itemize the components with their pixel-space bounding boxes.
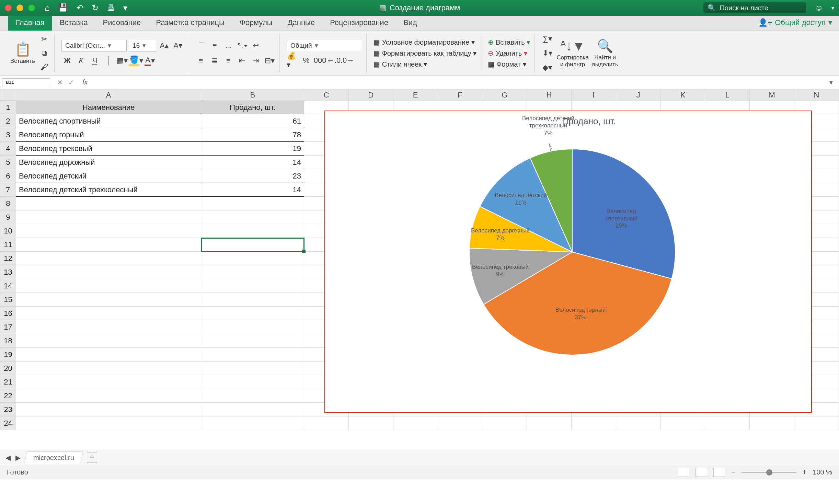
pie-chart[interactable]: Продано, шт. Велосипед спортивный29%Вело…	[324, 111, 812, 413]
zoom-in-icon[interactable]: +	[803, 468, 807, 476]
font-size-select[interactable]: 16	[129, 40, 156, 51]
cell[interactable]	[616, 416, 660, 430]
cut-icon[interactable]: ✂	[38, 34, 50, 45]
column-header[interactable]: K	[660, 90, 705, 101]
paste-button[interactable]: 📋 Вставить	[10, 42, 35, 65]
cell[interactable]	[201, 320, 304, 334]
row-header[interactable]: 11	[0, 238, 16, 252]
column-header[interactable]: N	[794, 90, 839, 101]
cell[interactable]	[16, 375, 201, 389]
add-sheet-button[interactable]: +	[87, 453, 97, 463]
cell[interactable]	[16, 210, 201, 224]
cell[interactable]	[16, 307, 201, 320]
decrease-indent-icon[interactable]: ⇤	[236, 55, 248, 67]
row-header[interactable]: 10	[0, 224, 16, 238]
tab-data[interactable]: Данные	[280, 15, 322, 31]
percent-icon[interactable]: %	[300, 55, 312, 66]
cell[interactable]	[705, 416, 750, 430]
cell[interactable]: Наименование	[16, 101, 201, 114]
cell[interactable]: Велосипед дорожный	[16, 156, 201, 169]
align-top-icon[interactable]: ⎴	[195, 40, 207, 51]
next-sheet-icon[interactable]: ▶	[15, 454, 21, 462]
sheet-tab[interactable]: microexcel.ru	[24, 451, 83, 464]
align-right-icon[interactable]: ≡	[222, 55, 234, 67]
cell[interactable]	[201, 307, 304, 320]
share-button[interactable]: 👤+ Общий доступ ▾	[758, 15, 832, 31]
cell[interactable]: 19	[201, 142, 304, 156]
close-button[interactable]	[5, 4, 12, 11]
cell[interactable]: Продано, шт.	[201, 101, 304, 114]
tab-insert[interactable]: Вставка	[52, 15, 95, 31]
column-header[interactable]: H	[527, 90, 572, 101]
row-header[interactable]: 4	[0, 142, 16, 156]
row-header[interactable]: 15	[0, 293, 16, 307]
cell[interactable]	[16, 416, 201, 430]
home-icon[interactable]: ⌂	[45, 3, 50, 13]
clear-icon[interactable]: ◆▾	[541, 62, 553, 73]
column-header[interactable]: L	[705, 90, 750, 101]
increase-indent-icon[interactable]: ⇥	[250, 55, 262, 67]
normal-view-icon[interactable]	[678, 468, 689, 477]
row-header[interactable]: 14	[0, 279, 16, 293]
zoom-value[interactable]: 100 %	[813, 468, 832, 476]
cell[interactable]	[201, 375, 304, 389]
row-header[interactable]: 13	[0, 265, 16, 279]
tab-view[interactable]: Вид	[396, 15, 425, 31]
cell[interactable]	[201, 279, 304, 293]
increase-decimal-icon[interactable]: ←.0	[328, 55, 340, 66]
merge-icon[interactable]: ⊟▾	[264, 55, 275, 67]
format-as-table-button[interactable]: ▦ Форматировать как таблицу ▾	[373, 49, 476, 57]
cell[interactable]	[201, 238, 304, 252]
cell[interactable]	[16, 334, 201, 348]
row-header[interactable]: 12	[0, 252, 16, 265]
italic-icon[interactable]: К	[75, 55, 87, 67]
cell[interactable]	[201, 265, 304, 279]
undo-icon[interactable]: ↶	[77, 3, 83, 13]
column-header[interactable]: J	[616, 90, 660, 101]
maximize-button[interactable]	[28, 4, 35, 11]
zoom-slider[interactable]	[742, 472, 796, 473]
orientation-icon[interactable]: ⭦▾	[236, 40, 248, 51]
bold-icon[interactable]: Ж	[61, 55, 73, 67]
cell[interactable]	[201, 334, 304, 348]
cancel-formula-icon[interactable]: ✕	[57, 78, 63, 87]
enter-formula-icon[interactable]: ✓	[68, 78, 74, 87]
row-header[interactable]: 5	[0, 156, 16, 169]
tab-home[interactable]: Главная	[8, 15, 52, 31]
column-header[interactable]: C	[304, 90, 349, 101]
format-painter-icon[interactable]: 🖌	[38, 61, 50, 73]
insert-cells-button[interactable]: ⊕ Вставить ▾	[488, 38, 530, 46]
cell[interactable]	[201, 362, 304, 375]
cell[interactable]	[201, 210, 304, 224]
row-header[interactable]: 1	[0, 101, 16, 114]
column-header[interactable]: F	[438, 90, 482, 101]
cell[interactable]	[201, 389, 304, 403]
fill-icon[interactable]: ⬇▾	[541, 47, 553, 59]
cell[interactable]	[304, 416, 349, 430]
cell[interactable]	[16, 265, 201, 279]
row-header[interactable]: 6	[0, 169, 16, 183]
cell[interactable]: Велосипед горный	[16, 128, 201, 142]
currency-icon[interactable]: 💰▾	[287, 55, 298, 66]
column-header[interactable]: E	[393, 90, 438, 101]
search-input[interactable]: 🔍 Поиск на листе	[703, 2, 806, 13]
qat-more-icon[interactable]: ▾	[123, 3, 127, 13]
cell[interactable]	[438, 416, 482, 430]
row-header[interactable]: 7	[0, 183, 16, 197]
cell[interactable]	[794, 416, 839, 430]
row-header[interactable]: 18	[0, 334, 16, 348]
cell[interactable]	[393, 416, 438, 430]
tab-formulas[interactable]: Формулы	[232, 15, 280, 31]
row-header[interactable]: 17	[0, 320, 16, 334]
cell[interactable]	[16, 403, 201, 416]
align-left-icon[interactable]: ≡	[195, 55, 207, 67]
expand-formula-bar-icon[interactable]: ▾	[829, 78, 839, 87]
cell[interactable]	[16, 197, 201, 210]
cell[interactable]	[16, 224, 201, 238]
cell[interactable]	[16, 279, 201, 293]
cell[interactable]: 14	[201, 183, 304, 197]
cell[interactable]: 61	[201, 114, 304, 128]
align-center-icon[interactable]: ≣	[209, 55, 220, 67]
row-header[interactable]: 22	[0, 389, 16, 403]
cell[interactable]	[16, 252, 201, 265]
